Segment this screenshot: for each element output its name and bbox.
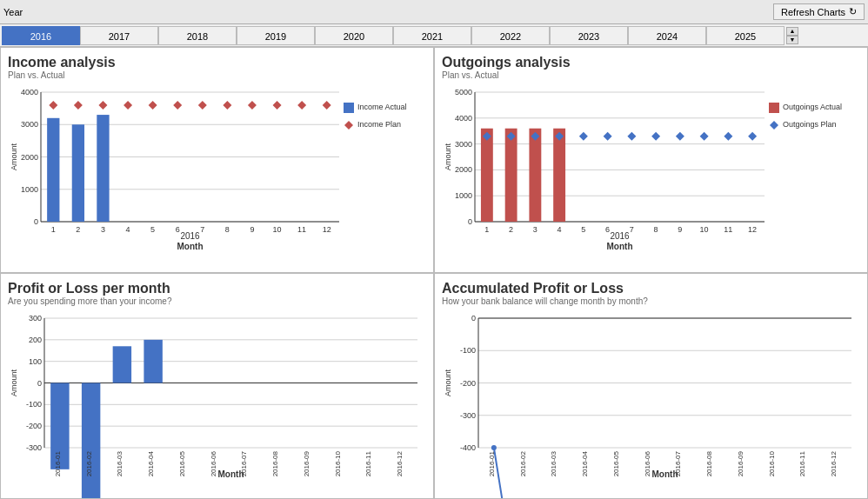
- svg-text:2: 2: [509, 225, 513, 234]
- svg-text:Month: Month: [218, 469, 244, 479]
- svg-text:300: 300: [29, 314, 42, 323]
- svg-marker-15: [49, 101, 57, 110]
- svg-text:2016-06: 2016-06: [644, 450, 651, 476]
- svg-rect-62: [529, 129, 541, 222]
- svg-text:3: 3: [101, 225, 105, 234]
- svg-text:1: 1: [51, 225, 56, 234]
- svg-text:8: 8: [225, 225, 230, 234]
- svg-rect-113: [113, 346, 131, 383]
- svg-text:10: 10: [700, 225, 709, 234]
- svg-text:0: 0: [37, 379, 42, 388]
- svg-text:12: 12: [748, 225, 757, 234]
- svg-text:3000: 3000: [21, 120, 38, 129]
- svg-text:2016-11: 2016-11: [364, 450, 372, 476]
- svg-rect-63: [553, 129, 565, 222]
- profit-loss-chart-panel: Profit or Loss per month Are you spendin…: [0, 273, 434, 499]
- svg-marker-93: [770, 121, 778, 130]
- svg-text:Income Plan: Income Plan: [357, 120, 401, 129]
- svg-text:Amount: Amount: [10, 369, 18, 396]
- year-cell-2025[interactable]: 2025: [706, 26, 785, 45]
- svg-marker-69: [604, 132, 612, 141]
- svg-text:0: 0: [34, 217, 38, 226]
- svg-text:-100: -100: [26, 400, 42, 409]
- year-cell-2020[interactable]: 2020: [315, 26, 393, 45]
- svg-text:5: 5: [581, 225, 585, 234]
- svg-text:2016-12: 2016-12: [396, 450, 404, 476]
- svg-text:-200: -200: [26, 422, 42, 430]
- svg-text:2016-12: 2016-12: [830, 450, 838, 476]
- svg-rect-14: [97, 115, 109, 222]
- svg-marker-44: [344, 121, 353, 130]
- svg-marker-21: [198, 101, 207, 110]
- svg-text:8: 8: [654, 225, 658, 234]
- profit-loss-chart-subtitle: Are you spending more than your income?: [8, 296, 426, 306]
- svg-marker-73: [700, 132, 709, 141]
- svg-rect-60: [481, 129, 493, 222]
- svg-text:2016-05: 2016-05: [178, 450, 186, 476]
- svg-text:3: 3: [533, 225, 537, 234]
- svg-text:2016-03: 2016-03: [550, 450, 558, 476]
- svg-text:2016: 2016: [180, 231, 200, 241]
- svg-marker-16: [74, 101, 83, 110]
- svg-text:1000: 1000: [455, 191, 472, 200]
- income-chart-title: Income analysis: [8, 55, 426, 70]
- svg-text:7: 7: [630, 225, 634, 234]
- year-cell-2018[interactable]: 2018: [158, 26, 237, 45]
- svg-text:10: 10: [273, 225, 282, 234]
- svg-text:2016: 2016: [610, 231, 630, 241]
- year-cell-2017[interactable]: 2017: [80, 26, 158, 45]
- year-scroll[interactable]: ▲ ▼: [786, 27, 798, 44]
- svg-text:2016-04: 2016-04: [581, 450, 589, 476]
- refresh-label: Refresh Charts: [781, 7, 845, 17]
- svg-text:2016-10: 2016-10: [768, 450, 776, 476]
- year-cell-2024[interactable]: 2024: [628, 26, 706, 45]
- svg-text:2016-09: 2016-09: [737, 450, 744, 476]
- svg-text:Amount: Amount: [10, 143, 18, 170]
- svg-marker-71: [651, 132, 660, 141]
- year-cell-2019[interactable]: 2019: [237, 26, 315, 45]
- svg-text:Month: Month: [652, 469, 678, 479]
- refresh-charts-button[interactable]: Refresh Charts ↻: [773, 3, 865, 20]
- accumulated-chart-container: -400-300-200-10002016-012016-022016-0320…: [442, 309, 860, 481]
- income-svg: 010002000300040001234567891011122016Mont…: [8, 83, 426, 255]
- income-chart-panel: Income analysis Plan vs. Actual 01000200…: [0, 47, 434, 273]
- year-cell-2022[interactable]: 2022: [471, 26, 550, 45]
- year-cell-2023[interactable]: 2023: [550, 26, 628, 45]
- header: Year Refresh Charts ↻: [0, 0, 868, 24]
- year-scroll-up[interactable]: ▲: [786, 27, 798, 36]
- svg-text:9: 9: [678, 225, 682, 234]
- svg-marker-74: [724, 132, 732, 141]
- svg-marker-17: [98, 101, 107, 110]
- year-scroll-down[interactable]: ▼: [786, 36, 798, 44]
- svg-text:1000: 1000: [21, 185, 38, 194]
- svg-marker-75: [748, 132, 757, 141]
- svg-text:2016-02: 2016-02: [85, 450, 93, 476]
- svg-text:2000: 2000: [21, 153, 38, 162]
- year-cell-2016[interactable]: 2016: [2, 26, 80, 45]
- svg-text:Outgoings Plan: Outgoings Plan: [783, 120, 837, 129]
- svg-text:2016-01: 2016-01: [488, 450, 496, 476]
- svg-text:9: 9: [250, 225, 254, 234]
- svg-text:2016-03: 2016-03: [116, 450, 124, 476]
- year-cell-2021[interactable]: 2021: [393, 26, 471, 45]
- svg-text:-400: -400: [460, 443, 476, 452]
- svg-text:6: 6: [605, 225, 610, 234]
- svg-marker-70: [627, 132, 636, 141]
- year-label: Year: [3, 7, 23, 17]
- svg-text:6: 6: [176, 225, 180, 234]
- svg-marker-26: [323, 101, 331, 110]
- svg-rect-91: [769, 103, 779, 113]
- svg-text:-300: -300: [460, 411, 476, 420]
- svg-text:1: 1: [484, 225, 489, 234]
- svg-text:4000: 4000: [455, 114, 472, 123]
- svg-text:2016-11: 2016-11: [798, 450, 806, 476]
- svg-marker-22: [223, 101, 231, 110]
- outgoings-chart-subtitle: Plan vs. Actual: [442, 70, 860, 80]
- svg-rect-42: [344, 103, 354, 113]
- svg-text:2016-02: 2016-02: [519, 450, 527, 476]
- svg-text:2016-01: 2016-01: [54, 450, 62, 476]
- svg-text:2: 2: [76, 225, 80, 234]
- svg-text:200: 200: [29, 336, 42, 344]
- svg-marker-24: [273, 101, 282, 110]
- svg-point-141: [491, 445, 497, 450]
